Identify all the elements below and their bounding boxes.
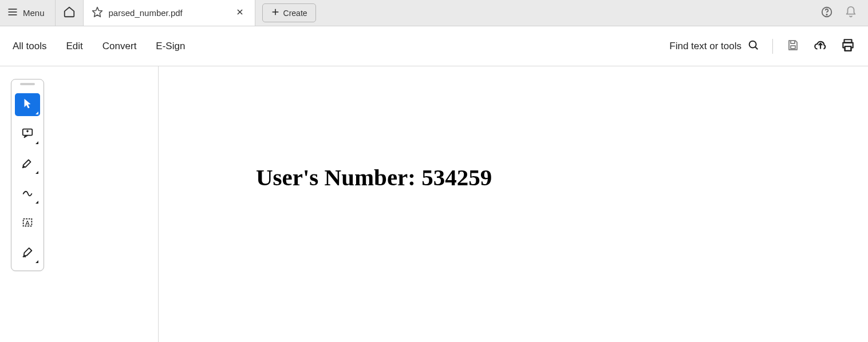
comment-tool[interactable]	[15, 123, 40, 146]
svg-rect-14	[845, 46, 851, 51]
toolbar-edit[interactable]: Edit	[66, 41, 83, 52]
create-button[interactable]: Create	[262, 3, 316, 22]
svg-line-11	[755, 46, 757, 49]
svg-rect-15	[23, 129, 33, 136]
home-icon	[63, 6, 76, 21]
svg-point-9	[826, 14, 827, 14]
menu-label: Menu	[23, 8, 45, 18]
plus-icon	[271, 7, 280, 18]
find-label: Find text or tools	[669, 41, 741, 52]
close-icon	[236, 8, 244, 18]
find-button[interactable]: Find text or tools	[669, 39, 760, 54]
toolbar-convert[interactable]: Convert	[102, 41, 137, 52]
create-label: Create	[283, 9, 307, 18]
hamburger-icon	[7, 6, 18, 19]
sign-tool[interactable]	[15, 242, 40, 265]
divider	[772, 39, 773, 54]
toolbar-all-tools[interactable]: All tools	[13, 41, 47, 52]
highlight-tool[interactable]	[15, 153, 40, 176]
save-icon	[786, 38, 800, 54]
home-button[interactable]	[55, 0, 84, 26]
toolbar-esign[interactable]: E-Sign	[156, 41, 185, 52]
tab-title: parsed_number.pdf	[109, 8, 227, 18]
document-view[interactable]: User's Number: 534259	[159, 66, 868, 342]
cloud-upload-icon	[813, 38, 828, 55]
marker-icon	[21, 157, 34, 172]
select-tool[interactable]	[15, 93, 40, 116]
document-content: User's Number: 534259	[256, 164, 868, 191]
toolbar-left: All tools Edit Convert E-Sign	[13, 41, 185, 52]
menu-button[interactable]: Menu	[0, 0, 55, 26]
search-icon	[747, 39, 760, 54]
help-icon	[820, 6, 833, 21]
svg-text:A: A	[25, 220, 30, 226]
star-icon[interactable]	[92, 6, 103, 20]
draw-tool[interactable]	[15, 182, 40, 205]
tab-bar: Menu parsed_number.pdf Create	[0, 0, 868, 26]
comment-icon	[21, 127, 34, 142]
svg-point-10	[749, 41, 756, 47]
print-icon	[841, 38, 855, 55]
cloud-upload-button[interactable]	[813, 39, 828, 54]
main-area: A User's Number: 534259	[0, 66, 868, 342]
main-toolbar: All tools Edit Convert E-Sign Find text …	[0, 26, 868, 66]
cursor-icon	[21, 97, 34, 112]
print-button[interactable]	[841, 39, 855, 54]
svg-rect-12	[791, 46, 795, 49]
left-panel: A	[0, 66, 159, 342]
freehand-icon	[21, 186, 34, 201]
text-select-tool[interactable]: A	[15, 212, 40, 235]
save-button[interactable]	[786, 39, 800, 54]
svg-marker-3	[92, 7, 102, 17]
text-select-icon: A	[21, 216, 34, 231]
tabbar-right-actions	[820, 6, 868, 20]
bell-icon	[845, 6, 857, 21]
notifications-button[interactable]	[844, 6, 858, 20]
document-tab[interactable]: parsed_number.pdf	[84, 0, 255, 26]
tab-close-button[interactable]	[233, 6, 247, 20]
palette-drag-handle[interactable]	[20, 83, 35, 85]
tools-palette: A	[11, 79, 44, 271]
toolbar-right: Find text or tools	[669, 39, 855, 54]
help-button[interactable]	[820, 6, 834, 20]
pen-icon	[21, 246, 34, 261]
